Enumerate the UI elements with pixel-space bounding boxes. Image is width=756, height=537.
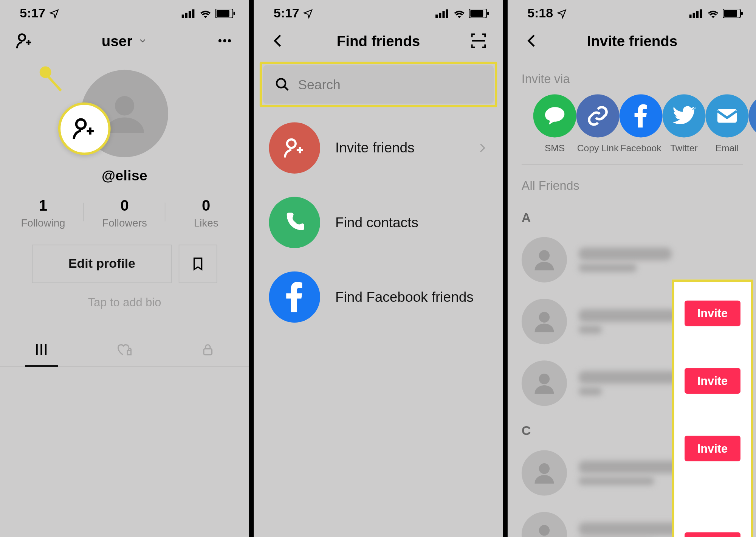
svg-rect-35 <box>741 12 743 15</box>
wifi-icon <box>707 9 720 18</box>
avatar <box>522 299 567 344</box>
row-find-facebook[interactable]: Find Facebook friends <box>254 260 503 334</box>
avatar <box>522 450 567 495</box>
svg-point-13 <box>76 120 86 129</box>
facebook-icon <box>285 282 304 312</box>
redacted-sub <box>579 387 602 396</box>
share-copy-link[interactable]: Copy Link <box>576 94 620 154</box>
add-friends-button[interactable] <box>12 31 37 51</box>
svg-point-27 <box>277 79 285 87</box>
svg-point-40 <box>539 250 550 261</box>
status-time: 5:17 <box>20 6 45 21</box>
svg-point-41 <box>539 312 550 323</box>
redacted-sub <box>579 477 654 485</box>
all-friends-label: All Friends <box>508 165 756 201</box>
find-friends-screen: 5:17 Find friends Invite friends <box>254 0 503 537</box>
invite-button[interactable]: Invite <box>685 301 741 326</box>
add-friend-icon <box>282 135 307 161</box>
stat-likes[interactable]: 0 Likes <box>165 197 247 230</box>
stat-following[interactable]: 1 Following <box>2 197 84 230</box>
invite-button[interactable]: Invite <box>685 368 741 394</box>
redacted-name <box>579 309 678 322</box>
svg-point-28 <box>287 140 296 148</box>
email-icon <box>716 104 739 128</box>
redacted-sub <box>579 326 602 334</box>
svg-rect-22 <box>442 11 445 18</box>
share-sms[interactable]: SMS <box>533 94 576 154</box>
sms-icon <box>543 104 567 128</box>
svg-rect-1 <box>185 13 187 18</box>
stats-row: 1 Following 0 Followers 0 Likes <box>2 197 247 230</box>
battery-icon <box>215 9 235 18</box>
svg-rect-21 <box>439 13 441 18</box>
search-input[interactable] <box>298 77 482 93</box>
annotation-search-highlight <box>260 62 497 107</box>
divider <box>503 0 508 537</box>
invite-friends-header: Invite friends <box>508 23 756 58</box>
profile-block: @elise 1 Following 0 Followers 0 Likes E… <box>0 58 249 309</box>
add-bio[interactable]: Tap to add bio <box>88 296 161 309</box>
stat-followers[interactable]: 0 Followers <box>84 197 166 230</box>
svg-rect-0 <box>181 15 184 18</box>
redacted-name <box>579 248 672 261</box>
section-a: A <box>508 201 756 229</box>
chevron-down-icon[interactable] <box>138 36 148 45</box>
heart-lock-icon <box>116 342 133 357</box>
tab-private[interactable] <box>166 332 249 366</box>
location-icon <box>303 8 313 19</box>
share-email[interactable]: Email <box>705 94 748 154</box>
svg-point-7 <box>19 34 25 40</box>
row-find-contacts[interactable]: Find contacts <box>254 185 503 260</box>
svg-rect-31 <box>696 11 699 18</box>
search-icon <box>275 77 290 92</box>
cell-signal-icon <box>181 9 195 18</box>
back-button[interactable] <box>265 33 291 49</box>
svg-rect-34 <box>724 10 737 17</box>
svg-point-10 <box>228 39 231 42</box>
redacted-sub <box>579 264 637 272</box>
location-icon <box>49 8 59 19</box>
invite-via-label: Invite via <box>508 58 756 94</box>
page-title: Invite friends <box>545 32 719 49</box>
invite-button[interactable]: Invite <box>685 436 741 461</box>
share-row: SMS Copy Link Facebook Twitter Email <box>522 94 743 165</box>
find-friends-header: Find friends <box>254 23 503 58</box>
share-facebook[interactable]: Facebook <box>620 94 663 154</box>
svg-rect-30 <box>693 13 695 18</box>
status-time: 5:17 <box>274 6 299 21</box>
tab-posts[interactable] <box>0 332 83 366</box>
bookmarks-button[interactable] <box>179 245 217 283</box>
status-time: 5:18 <box>527 6 553 21</box>
back-button[interactable] <box>519 33 545 49</box>
annotation-invite-highlight: Invite Invite Invite Invite Invite Invit… <box>672 279 753 537</box>
svg-point-43 <box>539 463 550 474</box>
account-switcher[interactable]: user <box>102 32 132 49</box>
phone-icon <box>283 211 306 234</box>
row-invite-friends[interactable]: Invite friends <box>254 111 503 185</box>
share-other[interactable]: Other <box>748 94 756 154</box>
svg-rect-25 <box>470 10 483 17</box>
more-button[interactable] <box>212 33 238 49</box>
scan-button[interactable] <box>466 32 491 50</box>
search-box[interactable] <box>263 65 494 104</box>
invite-friends-screen: 5:18 Invite friends Invite via SMS Copy … <box>508 0 756 537</box>
svg-rect-12 <box>203 349 212 354</box>
profile-screen: 5:17 user @elise 1 F <box>0 0 249 537</box>
status-bar: 5:17 <box>254 0 503 23</box>
svg-rect-32 <box>700 9 702 18</box>
invite-button[interactable]: Invite <box>685 532 741 537</box>
edit-profile-button[interactable]: Edit profile <box>32 245 172 283</box>
svg-rect-23 <box>446 9 448 18</box>
link-icon <box>586 104 610 128</box>
page-title: Find friends <box>291 32 466 49</box>
chevron-left-icon <box>270 33 287 49</box>
share-twitter[interactable]: Twitter <box>663 94 706 154</box>
battery-icon <box>469 9 489 18</box>
tab-liked[interactable] <box>83 332 166 366</box>
redacted-name <box>579 371 678 384</box>
svg-point-44 <box>539 525 550 535</box>
lock-icon <box>201 342 215 357</box>
username: @elise <box>102 168 147 184</box>
add-friend-icon <box>70 115 98 143</box>
cell-signal-icon <box>435 9 449 18</box>
